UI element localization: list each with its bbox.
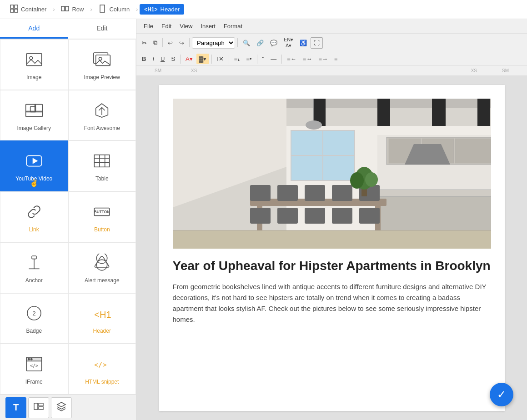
tab-add[interactable]: Add: [0, 19, 68, 39]
sidebar-item-image[interactable]: Image: [0, 39, 68, 90]
header-bc-icon: <H1>: [144, 6, 157, 13]
svg-point-36: [28, 359, 29, 360]
menu-edit[interactable]: Edit: [158, 21, 175, 31]
breadcrumb-column-label: Column: [109, 6, 130, 13]
header-icon: <H1>: [91, 302, 113, 324]
blockquote-button[interactable]: ": [260, 54, 267, 64]
link-icon: [23, 201, 45, 223]
breadcrumb-row[interactable]: Row: [56, 3, 88, 16]
sidebar-item-table[interactable]: Table: [68, 140, 136, 191]
bottom-btn-layout[interactable]: [28, 397, 49, 418]
sidebar-item-html-snippet[interactable]: </> HTML snippet: [68, 344, 136, 395]
svg-point-83: [306, 120, 322, 130]
underline-button[interactable]: U: [158, 54, 167, 64]
separator-button[interactable]: —: [268, 54, 279, 64]
svg-rect-60: [377, 190, 491, 196]
menu-file[interactable]: File: [140, 21, 157, 31]
sidebar-grid: Image Image Preview: [0, 39, 136, 395]
sidebar-item-header[interactable]: <H1> Header: [68, 293, 136, 344]
align-right-button[interactable]: ≡→: [316, 54, 331, 64]
svg-rect-2: [10, 9, 14, 12]
unordered-list-button[interactable]: ≡•: [243, 54, 254, 64]
sidebar-item-iframe[interactable]: </> IFrame: [0, 344, 68, 395]
highlight-button[interactable]: ▓▾: [196, 54, 209, 64]
table-icon: [91, 150, 113, 172]
align-center-button[interactable]: ≡↔: [300, 54, 315, 64]
container-icon: [10, 5, 18, 14]
layout-icon: [34, 401, 44, 414]
breadcrumb-container[interactable]: Container: [5, 3, 51, 16]
ruler-sm-left: SM: [155, 68, 161, 73]
sidebar-item-font-awesome[interactable]: Font Awesome: [68, 90, 136, 141]
image-gallery-label: Image Gallery: [17, 125, 51, 131]
ruler-xs-right: XS: [471, 68, 477, 73]
paragraph-select[interactable]: Paragraph: [192, 37, 235, 49]
svg-rect-70: [250, 208, 271, 224]
breadcrumb-header[interactable]: <H1> Header: [140, 4, 184, 15]
comment-button[interactable]: 💬: [267, 38, 280, 48]
ruler-bar: SM XS XS SM: [136, 66, 527, 76]
image-preview-label: Image Preview: [84, 74, 120, 80]
sidebar-item-image-preview[interactable]: Image Preview: [68, 39, 136, 90]
menu-insert[interactable]: Insert: [197, 21, 219, 31]
svg-point-30: [97, 260, 107, 270]
svg-text:2: 2: [32, 310, 35, 317]
sidebar-item-youtube-video[interactable]: YouTube Video ✌: [0, 140, 68, 191]
sidebar-item-alert[interactable]: Alert message: [68, 242, 136, 293]
svg-rect-26: [32, 256, 36, 259]
bottom-btn-text[interactable]: T: [5, 397, 26, 418]
ordered-list-button[interactable]: ≡₁: [231, 54, 243, 64]
undo-button[interactable]: ↩: [165, 38, 176, 48]
toolbar-sep-1: [162, 38, 163, 47]
toolbar-row-1: ✂ ⧉ ↩ ↪ Paragraph 🔍 🔗 💬 EN▾A▾ ♿ ⛶: [136, 34, 527, 52]
search-button[interactable]: 🔍: [240, 38, 253, 48]
fab-button[interactable]: ✓: [490, 383, 513, 406]
svg-point-81: [365, 172, 378, 187]
iframe-icon: </>: [23, 353, 45, 375]
alert-icon: [91, 252, 113, 274]
link-button[interactable]: 🔗: [254, 38, 266, 48]
fullscreen-button[interactable]: ⛶: [311, 37, 323, 49]
button-icon: BUTTON: [91, 201, 113, 223]
toolbar-sep-5: [211, 55, 212, 64]
clear-format-button[interactable]: I✕: [214, 54, 226, 64]
svg-rect-40: [34, 403, 38, 410]
article-body: From geometric bookshelves lined with an…: [173, 281, 491, 325]
cut-button[interactable]: ✂: [139, 38, 150, 48]
svg-rect-0: [10, 5, 14, 8]
tab-edit[interactable]: Edit: [68, 19, 136, 39]
redo-button[interactable]: ↪: [176, 38, 187, 48]
sidebar-item-badge[interactable]: 2 Badge: [0, 293, 68, 344]
ruler-xs-left: XS: [191, 68, 197, 73]
sidebar-item-link[interactable]: Link: [0, 191, 68, 242]
accessibility-button[interactable]: ♿: [297, 38, 310, 48]
breadcrumb-bar: Container › Row › Column › <H1> Header: [0, 0, 527, 19]
bold-button[interactable]: B: [139, 54, 149, 64]
svg-marker-18: [32, 158, 38, 164]
align-left-button[interactable]: ≡←: [284, 54, 299, 64]
editor-canvas[interactable]: Year of Upheaval for Hipster Apartments …: [136, 76, 527, 420]
breadcrumb-column[interactable]: Column: [94, 3, 134, 16]
breadcrumb-arrow-1: ›: [53, 6, 55, 13]
cursor-icon: ✌: [30, 179, 39, 187]
menu-view[interactable]: View: [176, 21, 196, 31]
column-icon: [98, 5, 106, 14]
sidebar-item-anchor[interactable]: Anchor: [0, 242, 68, 293]
sidebar-item-image-gallery[interactable]: Image Gallery: [0, 90, 68, 141]
text-icon: T: [13, 402, 19, 413]
font-color-button[interactable]: A▾: [183, 54, 196, 64]
svg-rect-5: [65, 6, 69, 11]
strikethrough-button[interactable]: S: [168, 54, 178, 64]
anchor-label: Anchor: [25, 277, 43, 284]
toolbar-sep-6: [229, 55, 229, 64]
align-justify-button[interactable]: ≡: [331, 54, 341, 64]
anchor-icon: [23, 252, 45, 274]
sidebar-item-button[interactable]: BUTTON Button: [68, 191, 136, 242]
menu-format[interactable]: Format: [220, 21, 246, 31]
svg-point-80: [350, 172, 364, 189]
italic-button[interactable]: I: [150, 54, 157, 64]
language-button[interactable]: EN▾A▾: [281, 35, 296, 50]
bottom-btn-layers[interactable]: [51, 397, 72, 418]
copy-button[interactable]: ⧉: [151, 37, 160, 48]
svg-rect-3: [15, 9, 18, 12]
